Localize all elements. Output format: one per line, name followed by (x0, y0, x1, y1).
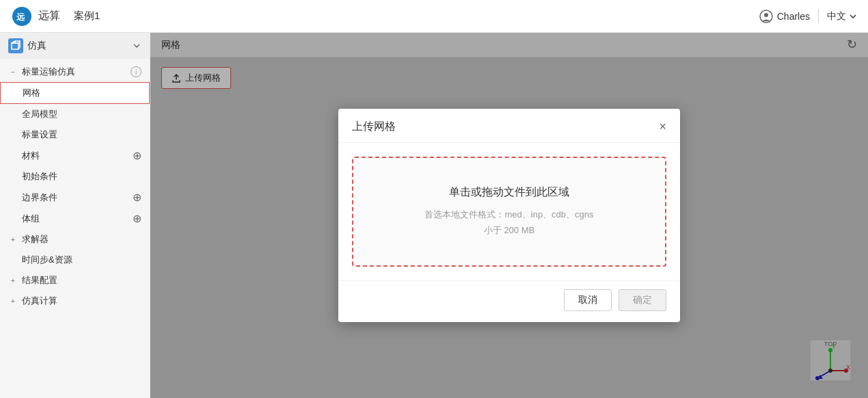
modal-header: 上传网格 × (338, 109, 680, 143)
modal-overlay: 上传网格 × 单击或拖动文件到此区域 首选本地文件格式：med、inp、cdb、… (150, 33, 868, 398)
sidebar-section-header: 仿真 (0, 33, 150, 59)
modal-body: 单击或拖动文件到此区域 首选本地文件格式：med、inp、cdb、cgns 小于… (338, 143, 680, 281)
sidebar-item-initial-conditions[interactable]: 初始条件 (0, 166, 150, 187)
language-label: 中文 (827, 10, 846, 23)
app-logo-icon: 远 (11, 5, 33, 27)
sidebar-item-label: 全局模型 (22, 108, 57, 120)
sidebar-item-label: 体组 (22, 213, 40, 225)
main-area: 仿真 − 标量运输仿真 i 网格 全局模型 标量设置 (0, 33, 868, 398)
modal-footer: 取消 确定 (338, 280, 680, 322)
sidebar-item-label: 仿真计算 (22, 295, 57, 307)
add-boundary-icon: ⊕ (133, 191, 141, 204)
sidebar-item-global-model[interactable]: 全局模型 (0, 104, 150, 124)
logo-area: 远 远算 案例1 (11, 5, 100, 27)
language-selector[interactable]: 中文 (827, 10, 857, 23)
user-circle-icon (759, 10, 773, 23)
sidebar-item-label: 初始条件 (22, 170, 57, 183)
header-right: Charles 中文 (759, 10, 857, 23)
svg-point-3 (764, 13, 768, 17)
modal-close-button[interactable]: × (659, 120, 666, 133)
expand-plus-icon-3: + (11, 297, 19, 305)
sidebar-section-label: 仿真 (27, 40, 128, 52)
expand-plus-icon-2: + (11, 277, 19, 284)
sidebar-item-label: 求解器 (22, 233, 49, 246)
sidebar-item-label: 边界条件 (22, 191, 57, 204)
chevron-down-icon (849, 12, 857, 21)
expand-minus-icon: − (11, 68, 19, 76)
sidebar-item-boundary-conditions[interactable]: 边界条件 ⊕ (0, 187, 150, 208)
sidebar-item-label: 标量运输仿真 (22, 66, 75, 78)
upload-zone-title: 单击或拖动文件到此区域 (367, 185, 651, 200)
sidebar: 仿真 − 标量运输仿真 i 网格 全局模型 标量设置 (0, 33, 150, 398)
expand-plus-icon: + (11, 236, 19, 243)
upload-dropzone[interactable]: 单击或拖动文件到此区域 首选本地文件格式：med、inp、cdb、cgns 小于… (352, 157, 666, 267)
user-info[interactable]: Charles (759, 10, 810, 23)
header-divider (818, 10, 819, 23)
sidebar-item-mesh-label: 网格 (23, 87, 40, 99)
sidebar-item-material[interactable]: 材料 ⊕ (0, 145, 150, 166)
add-material-icon: ⊕ (133, 149, 141, 162)
app-header: 远 远算 案例1 Charles 中文 (0, 0, 868, 33)
sidebar-tree: − 标量运输仿真 i 网格 全局模型 标量设置 材料 ⊕ 初始 (0, 59, 150, 314)
sidebar-item-label: 材料 (22, 150, 40, 162)
sidebar-item-sim-compute[interactable]: + 仿真计算 (0, 291, 150, 311)
modal-title: 上传网格 (352, 120, 396, 134)
sidebar-item-scalar-settings[interactable]: 标量设置 (0, 124, 150, 145)
user-name: Charles (777, 11, 810, 22)
app-name: 远算 (38, 9, 60, 23)
sidebar-item-timestep[interactable]: 时间步&资源 (0, 250, 150, 270)
sidebar-item-label: 结果配置 (22, 274, 57, 287)
upload-zone-hint-1: 首选本地文件格式：med、inp、cdb、cgns 小于 200 MB (367, 207, 651, 239)
content-area: 网格 ↻ 上传网格 TOP Y (150, 33, 868, 398)
simulation-cube-icon (8, 38, 23, 53)
sidebar-item-label: 时间步&资源 (22, 254, 72, 266)
add-body-group-icon: ⊕ (133, 212, 141, 225)
sidebar-item-bulk-transport[interactable]: − 标量运输仿真 i (0, 62, 150, 82)
sidebar-item-solver[interactable]: + 求解器 (0, 229, 150, 250)
sidebar-item-label: 标量设置 (22, 129, 57, 141)
confirm-button[interactable]: 确定 (619, 289, 666, 311)
cancel-button[interactable]: 取消 (564, 289, 612, 311)
sidebar-item-mesh[interactable]: 网格 (0, 82, 150, 104)
sidebar-item-body-groups[interactable]: 体组 ⊕ (0, 208, 150, 229)
upload-modal: 上传网格 × 单击或拖动文件到此区域 首选本地文件格式：med、inp、cdb、… (338, 109, 680, 323)
info-icon: i (131, 66, 141, 77)
case-label: 案例1 (74, 10, 100, 23)
sidebar-section-arrow-icon (132, 41, 141, 51)
svg-text:远: 远 (16, 12, 25, 22)
sidebar-item-result-config[interactable]: + 结果配置 (0, 270, 150, 291)
svg-rect-4 (12, 43, 18, 49)
